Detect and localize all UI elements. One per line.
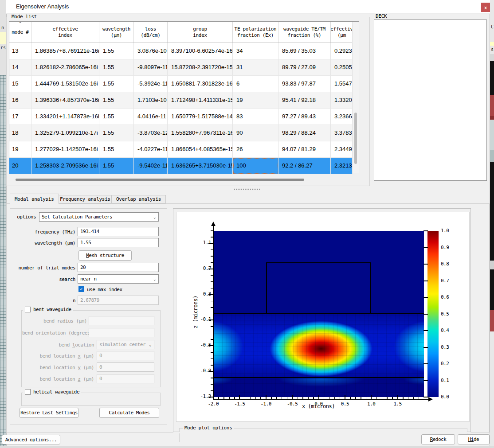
table-cell[interactable]: 1.396336+4.857370e-16i [31,92,99,109]
table-cell[interactable]: 1.334201+1.147873e-16i [31,109,99,125]
column-header[interactable]: loss (dB/cm) [134,22,168,43]
table-cell[interactable]: 1.650881-7.301823e-16i [168,76,233,92]
column-header[interactable]: TE polarization fraction (Ex) [233,22,278,43]
table-cell[interactable]: 0.25057 [331,59,353,76]
restore-last-settings-button[interactable]: Restore Last Settings [20,408,78,418]
table-cell[interactable]: 89.79 / 27.09 [278,59,331,76]
table-cell[interactable]: -3.8703e-12 [134,125,168,141]
table-cell[interactable]: -9.5402e-11 [134,158,168,174]
horizontal-scrollbar[interactable] [9,177,359,183]
table-cell[interactable]: 14 [9,59,31,76]
table-cell[interactable]: 1.826182-2.786065e-16i [31,59,99,76]
horizontal-scrollbar-thumb[interactable] [16,179,304,181]
table-cell[interactable]: 1.55477 [331,76,353,92]
table-cell[interactable]: 15.87208-2.391720e-15i [168,59,233,76]
tab-frequency-analysis[interactable]: Frequency analysis [55,195,115,203]
table-cell[interactable]: 3.37836 [331,125,353,141]
table-cell[interactable]: 19 [9,141,31,158]
table-cell[interactable]: 1.258303-2.709536e-16i [31,158,99,174]
tab-overlap-analysis[interactable]: Overlap analysis [111,195,166,203]
table-cell[interactable]: 1.55 [99,92,134,109]
table-cell[interactable]: 1.55 [99,43,134,59]
calculate-modes-button[interactable]: Calculate Modes [99,408,159,418]
column-header[interactable]: group index [168,22,233,43]
trial-modes-field[interactable] [78,263,159,272]
table-cell[interactable]: 94.07 / 81.29 [278,141,331,158]
redock-button[interactable]: Redock [421,434,455,444]
table-row[interactable]: 181.325279-1.099210e-17i1.55-3.8703e-121… [9,125,359,141]
table-cell[interactable]: 1.55 [99,59,134,76]
table-cell[interactable]: 1.558280+7.967311e-16i [168,125,233,141]
table-cell[interactable]: 97.27 / 89.43 [278,109,331,125]
table-cell[interactable]: 0.29231 [331,43,353,59]
table-cell[interactable]: 1.444769-1.531502e-16i [31,76,99,92]
table-cell[interactable]: 1.55 [99,141,134,158]
table-cell[interactable]: 31 [233,59,278,76]
table-cell[interactable]: 16 [9,92,31,109]
column-header[interactable]: effective index [31,22,99,43]
table-cell[interactable]: 100 [233,158,278,174]
table-row[interactable]: 141.826182-2.786065e-16i1.55-9.8097e-111… [9,59,359,76]
column-header[interactable]: mode #^ [9,22,31,43]
deck-listbox[interactable] [374,19,487,181]
close-icon[interactable]: x [481,3,490,12]
table-row[interactable]: 161.396336+4.857370e-16i1.551.7103e-101.… [9,92,359,109]
table-cell[interactable]: 1.55 [99,158,134,174]
vertical-scrollbar-thumb[interactable] [354,113,357,164]
use-max-index-checkbox[interactable]: ✓ [78,286,84,292]
column-header[interactable]: wavelength (μm) [99,22,134,43]
table-cell[interactable]: 19 [233,92,278,109]
table-cell[interactable]: -4.0227e-11 [134,141,168,158]
hide-button[interactable]: Hide [458,434,490,444]
table-cell[interactable]: 34 [233,43,278,59]
column-header[interactable]: waveguide TE/TM fraction (%) [278,22,331,43]
table-cell[interactable]: 1.7103e-10 [134,92,168,109]
search-dropdown[interactable]: near n ⌄ [78,274,159,284]
bent-waveguide-checkbox[interactable] [25,307,31,312]
table-cell[interactable]: 18 [9,125,31,141]
table-cell[interactable]: 6 [233,76,278,92]
mesh-structure-button[interactable]: Mesh structure [78,250,132,261]
table-cell[interactable]: 1.33206 [331,92,353,109]
helical-waveguide-checkbox[interactable] [25,389,31,395]
table-cell[interactable]: 1.55 [99,109,134,125]
table-cell[interactable]: 3.23666 [331,109,353,125]
table-cell[interactable]: 90 [233,125,278,141]
table-cell[interactable]: 17 [9,109,31,125]
table-cell[interactable]: 92.2 / 86.27 [278,158,331,174]
wavelength-field[interactable] [78,238,159,247]
table-cell[interactable]: 13 [9,43,31,59]
table-row[interactable]: 201.258303-2.709536e-16i1.55-9.5402e-111… [9,158,359,174]
table-row[interactable]: 131.863857+8.769121e-16i1.553.0876e-108.… [9,43,359,59]
table-cell[interactable]: 26 [233,141,278,158]
table-cell[interactable]: 98.29 / 88.24 [278,125,331,141]
table-cell[interactable]: -9.8097e-11 [134,59,168,76]
table-cell[interactable]: 83 [233,109,278,125]
table-cell[interactable]: 1.863857+8.769121e-16i [31,43,99,59]
tab-modal-analysis[interactable]: Modal analysis [10,194,59,204]
column-header[interactable]: effectiv (μm [331,22,353,43]
table-cell[interactable]: 1.55 [99,125,134,141]
table-cell[interactable]: 1.866054+4.085365e-15i [168,141,233,158]
advanced-options-button[interactable]: Advanced options... [2,435,60,444]
table-cell[interactable]: 3.0876e-10 [134,43,168,59]
table-cell[interactable]: 1.650779-1.517588e-14i [168,109,233,125]
table-cell[interactable]: 20 [9,158,31,174]
table-cell[interactable]: 93.83 / 97.87 [278,76,331,92]
table-cell[interactable]: 85.69 / 35.03 [278,43,331,59]
vertical-scrollbar[interactable] [352,22,359,174]
table-cell[interactable]: 1.55 [99,76,134,92]
table-cell[interactable]: 1.325279-1.099210e-17i [31,125,99,141]
table-cell[interactable]: 95.41 / 92.18 [278,92,331,109]
table-cell[interactable]: 2.32136 [331,158,353,174]
table-cell[interactable]: 1.636265+3.715030e-15i [168,158,233,174]
table-cell[interactable]: 4.0416e-11 [134,109,168,125]
title-bar[interactable]: Eigensolver Analysis [6,0,490,14]
splitter-handle[interactable] [234,187,260,190]
options-dropdown[interactable]: Set Calculation Parameters ⌄ [39,212,159,222]
table-cell[interactable]: 1.712498+1.411331e-15i [168,92,233,109]
table-row[interactable]: 151.444769-1.531502e-16i1.55-5.3924e-111… [9,76,359,92]
table-row[interactable]: 191.277029-1.142507e-16i1.55-4.0227e-111… [9,141,359,158]
table-cell[interactable]: 8.397100-6.602574e-16i [168,43,233,59]
table-row[interactable]: 171.334201+1.147873e-16i1.554.0416e-111.… [9,109,359,125]
